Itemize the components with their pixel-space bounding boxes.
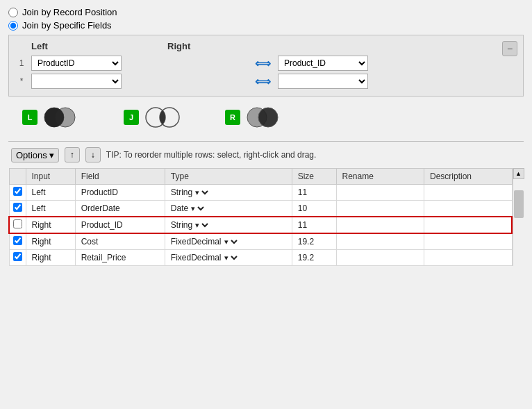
size-cell-1: 10 [292, 201, 336, 217]
table-body: LeftProductIDString▾11LeftOrderDateDate▾… [9, 185, 512, 266]
type-select-2[interactable]: ▾ [192, 220, 210, 230]
join-mapping-table: 1 ProductID ⟺ Product_ID [15, 54, 497, 90]
double-arrow-icon-1: ⟺ [255, 58, 271, 69]
right-field-select-new[interactable] [278, 74, 368, 89]
left-join-venn [40, 105, 82, 130]
data-table-container: Input Field Type Size Rename Description… [8, 168, 524, 266]
svg-point-2 [44, 108, 64, 127]
up-arrow-icon: ↑ [70, 150, 74, 160]
scrollbar[interactable]: ▲ [513, 168, 524, 266]
radio-group: Join by Record Position Join by Specific… [8, 7, 524, 31]
description-cell-0 [424, 185, 512, 201]
join-row-new: * ⟺ [15, 72, 497, 90]
left-field-select-1[interactable]: ProductID [31, 56, 122, 71]
rename-cell-1 [336, 201, 424, 217]
input-cell-0: Left [26, 185, 75, 201]
arrow-cell-new: ⟺ [250, 72, 275, 90]
field-cell-3: Cost [75, 233, 165, 250]
input-cell-1: Left [26, 201, 75, 217]
join-icon-right[interactable]: R [225, 105, 285, 130]
join-row-1: 1 ProductID ⟺ Product_ID [15, 54, 497, 72]
type-cell-3: FixedDecimal▾ [165, 233, 292, 250]
table-wrapper: Input Field Type Size Rename Description… [8, 168, 513, 266]
col-header-size: Size [292, 169, 336, 185]
radio-record-position-input[interactable] [8, 8, 18, 17]
join-icon-left[interactable]: L [22, 105, 82, 130]
right-field-select-1[interactable]: Product_ID [278, 56, 368, 71]
radio-record-position[interactable]: Join by Record Position [8, 7, 524, 17]
divider [8, 141, 524, 142]
field-cell-0: ProductID [75, 185, 165, 201]
description-cell-3 [424, 233, 512, 250]
checkbox-cell-1 [9, 201, 26, 217]
rename-cell-2 [336, 217, 424, 233]
checkbox-cell-2 [9, 217, 26, 233]
options-button[interactable]: Options ▾ [11, 148, 59, 162]
field-cell-2: Product_ID [75, 217, 165, 233]
field-cell-4: Retail_Price [75, 250, 165, 266]
size-cell-2: 11 [292, 217, 336, 233]
checkbox-cell-3 [9, 233, 26, 250]
col-header-input: Input [26, 169, 75, 185]
left-field-select-new[interactable] [31, 74, 122, 89]
col-header-checkbox [9, 169, 26, 185]
size-cell-0: 11 [292, 185, 336, 201]
input-cell-2: Right [26, 217, 75, 233]
row-checkbox-2[interactable] [13, 219, 22, 228]
minus-icon: − [507, 43, 513, 54]
table-row: LeftProductIDString▾11 [9, 185, 512, 201]
size-cell-3: 19.2 [292, 233, 336, 250]
move-up-button[interactable]: ↑ [65, 147, 80, 162]
move-down-button[interactable]: ↓ [85, 147, 101, 162]
row-checkbox-1[interactable] [13, 203, 22, 212]
type-select-4[interactable]: ▾ [222, 253, 240, 262]
svg-point-8 [258, 108, 278, 127]
size-cell-4: 19.2 [292, 250, 336, 266]
left-join-badge: L [22, 110, 38, 125]
type-cell-0: String▾ [165, 185, 292, 201]
type-select-3[interactable]: ▾ [222, 237, 240, 247]
rename-cell-0 [336, 185, 424, 201]
type-select-1[interactable]: ▾ [188, 203, 206, 213]
right-field-cell-new [275, 72, 497, 90]
left-field-cell-1: ProductID [28, 54, 250, 72]
toolbar-row: Options ▾ ↑ ↓ TIP: To reorder multiple r… [8, 147, 524, 162]
join-icon-inner[interactable]: J [124, 105, 183, 130]
double-arrow-icon-new: ⟺ [255, 76, 271, 87]
inner-join-badge: J [124, 110, 139, 125]
type-select-0[interactable]: ▾ [192, 187, 210, 197]
input-cell-3: Right [26, 233, 75, 250]
right-field-cell-1: Product_ID [275, 54, 497, 72]
table-row: RightRetail_PriceFixedDecimal▾19.2 [9, 250, 512, 266]
scroll-up-arrow[interactable]: ▲ [513, 168, 524, 179]
remove-button[interactable]: − [502, 41, 517, 56]
row-checkbox-3[interactable] [13, 236, 22, 245]
table-row: RightProduct_IDString▾11 [9, 217, 512, 233]
radio-record-position-label: Join by Record Position [22, 7, 117, 17]
rename-cell-4 [336, 250, 424, 266]
arrow-cell-1: ⟺ [250, 54, 275, 72]
table-row: RightCostFixedDecimal▾19.2 [9, 233, 512, 250]
right-join-badge: R [225, 110, 240, 125]
scrollbar-thumb[interactable] [514, 190, 524, 218]
right-join-venn [243, 105, 285, 130]
row-checkbox-0[interactable] [13, 187, 22, 196]
radio-specific-fields-input[interactable] [8, 21, 18, 31]
col-header-rename: Rename [336, 169, 424, 185]
table-header-row: Input Field Type Size Rename Description [9, 169, 512, 185]
checkbox-cell-0 [9, 185, 26, 201]
tip-text: TIP: To reorder multiple rows: select, r… [106, 150, 317, 160]
down-arrow-icon: ↓ [91, 150, 95, 160]
rename-cell-3 [336, 233, 424, 250]
type-cell-4: FixedDecimal▾ [165, 250, 292, 266]
row-num-new: * [15, 72, 28, 90]
options-label: Options [16, 150, 47, 160]
left-column-header: Left [31, 41, 142, 51]
col-header-description: Description [424, 169, 512, 185]
radio-specific-fields[interactable]: Join by Specific Fields [8, 20, 524, 31]
join-mapping-section: Left Right 1 ProductID ⟺ [8, 35, 524, 97]
type-cell-2: String▾ [165, 217, 292, 233]
row-checkbox-4[interactable] [13, 252, 22, 261]
output-fields-table: Input Field Type Size Rename Description… [8, 168, 513, 266]
col-header-field: Field [75, 169, 165, 185]
